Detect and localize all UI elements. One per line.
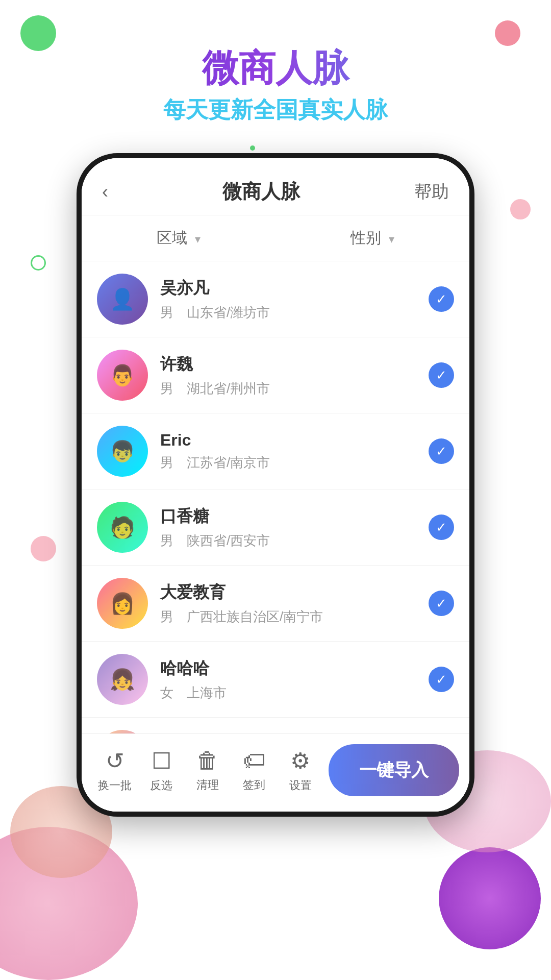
contact-item[interactable]: 🧑 口香糖 男 陕西省/西安市 ✓ xyxy=(82,489,469,566)
contact-detail: 男 山东省/潍坊市 xyxy=(160,304,429,322)
clear-label: 清理 xyxy=(196,777,219,793)
decoration-blob-pink-top xyxy=(495,20,520,46)
filter-tab-region[interactable]: 区域 xyxy=(82,215,276,261)
decoration-dot-center xyxy=(250,145,255,151)
toolbar-left: ↺ 换一批 ☐ 反选 🗑 清理 🏷 签到 ⚙ 设置 xyxy=(92,748,323,793)
check-icon: ✓ xyxy=(436,596,447,611)
contact-name: Eric xyxy=(160,431,429,450)
contact-detail: 女 上海市 xyxy=(160,684,429,702)
contact-check[interactable]: ✓ xyxy=(429,362,454,388)
sub-title: 每天更新全国真实人脉 xyxy=(0,95,551,125)
contact-info: 哈哈哈 女 上海市 xyxy=(160,657,429,702)
contact-avatar: 👧 xyxy=(97,654,148,705)
contact-avatar: 👩 xyxy=(97,578,148,629)
inverse-label: 反选 xyxy=(150,778,172,793)
contact-check[interactable]: ✓ xyxy=(429,591,454,616)
settings-label: 设置 xyxy=(289,778,312,793)
avatar-icon: 👤 xyxy=(97,274,148,325)
toolbar-btn-clear[interactable]: 🗑 清理 xyxy=(185,748,231,793)
contact-list: 👤 吴亦凡 男 山东省/潍坊市 ✓ 👨 许魏 男 湖北省/荆州市 ✓ 👦 Eri… xyxy=(82,261,469,733)
check-icon: ✓ xyxy=(436,444,447,459)
avatar-icon: 👦 xyxy=(97,426,148,477)
contact-name: 口香糖 xyxy=(160,505,429,528)
contact-check[interactable]: ✓ xyxy=(429,286,454,312)
decoration-blob-pink-mid xyxy=(510,199,531,219)
inverse-icon: ☐ xyxy=(152,748,171,774)
tag-icon: 🏷 xyxy=(243,748,265,773)
import-button[interactable]: 一键导入 xyxy=(329,744,459,796)
decoration-blob-pink-lower xyxy=(31,536,56,561)
refresh-icon: ↺ xyxy=(106,748,124,774)
toolbar-btn-refresh[interactable]: ↺ 换一批 xyxy=(92,748,138,793)
avatar-icon: 👧 xyxy=(97,654,148,705)
decoration-blob-purple-br xyxy=(439,847,541,949)
contact-info: Eric 男 江苏省/南京市 xyxy=(160,431,429,472)
main-title: 微商人脉 xyxy=(0,46,551,90)
clear-icon: 🗑 xyxy=(196,748,219,773)
back-button[interactable]: ‹ xyxy=(102,181,108,203)
contact-info: 许魏 男 湖北省/荆州市 xyxy=(160,353,429,398)
toolbar-btn-inverse[interactable]: ☐ 反选 xyxy=(138,748,185,793)
contact-avatar: 🙋 xyxy=(97,730,148,733)
check-icon: ✓ xyxy=(436,291,447,307)
avatar-icon: 👩 xyxy=(97,578,148,629)
contact-item[interactable]: 👦 Eric 男 江苏省/南京市 ✓ xyxy=(82,413,469,489)
toolbar-btn-settings[interactable]: ⚙ 设置 xyxy=(277,748,323,793)
contact-item[interactable]: 🙋 榕 女 湖南省/长沙市 ✓ xyxy=(82,718,469,733)
contact-detail: 男 陕西省/西安市 xyxy=(160,532,429,550)
contact-check[interactable]: ✓ xyxy=(429,667,454,692)
contact-item[interactable]: 👩 大爱教育 男 广西壮族自治区/南宁市 ✓ xyxy=(82,566,469,642)
contact-name: 许魏 xyxy=(160,353,429,376)
contact-check[interactable]: ✓ xyxy=(429,514,454,540)
contact-item[interactable]: 👨 许魏 男 湖北省/荆州市 ✓ xyxy=(82,337,469,413)
contact-detail: 男 江苏省/南京市 xyxy=(160,454,429,472)
check-icon: ✓ xyxy=(436,520,447,535)
header-area: 微商人脉 每天更新全国真实人脉 xyxy=(0,46,551,125)
contact-info: 口香糖 男 陕西省/西安市 xyxy=(160,505,429,550)
contact-item[interactable]: 👧 哈哈哈 女 上海市 ✓ xyxy=(82,642,469,718)
contact-name: 哈哈哈 xyxy=(160,657,429,680)
decoration-blob-green-mid xyxy=(31,255,46,271)
contact-info: 吴亦凡 男 山东省/潍坊市 xyxy=(160,277,429,322)
contact-name: 大爱教育 xyxy=(160,581,429,604)
help-button[interactable]: 帮助 xyxy=(414,180,449,204)
tag-label: 签到 xyxy=(243,777,265,793)
refresh-label: 换一批 xyxy=(98,778,132,793)
toolbar-btn-tag[interactable]: 🏷 签到 xyxy=(231,748,277,793)
contact-item[interactable]: 👤 吴亦凡 男 山东省/潍坊市 ✓ xyxy=(82,261,469,337)
settings-icon: ⚙ xyxy=(290,748,310,774)
contact-detail: 男 湖北省/荆州市 xyxy=(160,380,429,398)
phone-toolbar: ↺ 换一批 ☐ 反选 🗑 清理 🏷 签到 ⚙ 设置 一键导入 xyxy=(82,733,469,812)
filter-tabs: 区域 性别 xyxy=(82,215,469,261)
contact-avatar: 🧑 xyxy=(97,502,148,553)
avatar-icon: 👨 xyxy=(97,350,148,401)
phone-title: 微商人脉 xyxy=(222,179,300,205)
contact-avatar: 👤 xyxy=(97,274,148,325)
contact-avatar: 👨 xyxy=(97,350,148,401)
avatar-icon: 🧑 xyxy=(97,502,148,553)
contact-name: 吴亦凡 xyxy=(160,277,429,300)
contact-info: 大爱教育 男 广西壮族自治区/南宁市 xyxy=(160,581,429,626)
phone-frame: ‹ 微商人脉 帮助 区域 性别 👤 吴亦凡 男 山东省/潍坊市 ✓ 👨 xyxy=(77,153,474,817)
avatar-icon: 🙋 xyxy=(97,730,148,733)
phone-header: ‹ 微商人脉 帮助 xyxy=(82,158,469,215)
contact-avatar: 👦 xyxy=(97,426,148,477)
filter-tab-gender[interactable]: 性别 xyxy=(276,215,469,261)
check-icon: ✓ xyxy=(436,368,447,383)
contact-detail: 男 广西壮族自治区/南宁市 xyxy=(160,608,429,626)
contact-check[interactable]: ✓ xyxy=(429,438,454,464)
phone-inner: ‹ 微商人脉 帮助 区域 性别 👤 吴亦凡 男 山东省/潍坊市 ✓ 👨 xyxy=(82,158,469,812)
check-icon: ✓ xyxy=(436,672,447,688)
